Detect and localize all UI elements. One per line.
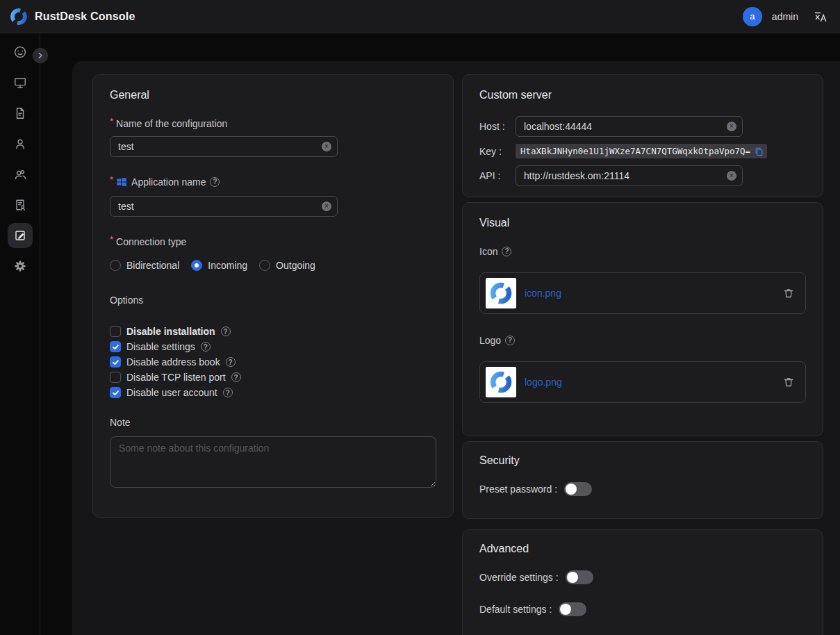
user-name[interactable]: admin: [772, 11, 798, 22]
sidebar-item-groups[interactable]: [8, 162, 33, 187]
icon-label: Icon ?: [479, 246, 806, 257]
checkbox-row-disable-address-book: Disable address book ?: [110, 354, 436, 370]
trash-icon[interactable]: [783, 377, 794, 388]
config-name-input[interactable]: [110, 136, 338, 157]
edit-icon: [13, 229, 27, 242]
note-label: Note: [110, 417, 436, 428]
host-input[interactable]: [516, 116, 743, 137]
checkbox[interactable]: [110, 372, 121, 383]
help-icon[interactable]: ?: [502, 247, 511, 256]
radio-incoming[interactable]: Incoming: [191, 260, 247, 271]
preset-password-row: Preset password :: [479, 482, 806, 496]
override-settings-row: Override settings :: [479, 570, 806, 584]
clear-icon[interactable]: ×: [322, 142, 331, 151]
translate-icon[interactable]: [814, 10, 827, 24]
required-asterisk: *: [110, 118, 113, 125]
help-icon[interactable]: ?: [210, 177, 220, 187]
radio-button[interactable]: [191, 260, 202, 271]
windows-icon: [116, 176, 127, 188]
icon-file-link[interactable]: icon.png: [525, 288, 783, 299]
document-icon: [13, 106, 27, 120]
logo-thumbnail: [486, 367, 516, 397]
sidebar-item-dashboard[interactable]: [8, 40, 33, 65]
connection-type-radios: Bidirectional Incoming Outgoing: [110, 260, 436, 271]
preset-password-toggle[interactable]: [564, 482, 592, 496]
clear-icon[interactable]: ×: [727, 122, 736, 131]
radio-bidirectional[interactable]: Bidirectional: [110, 260, 179, 271]
note-textarea[interactable]: [110, 436, 436, 488]
icon-upload-item: icon.png: [479, 272, 806, 314]
trash-icon[interactable]: [783, 288, 794, 299]
help-icon[interactable]: ?: [231, 372, 241, 382]
checkbox[interactable]: [110, 326, 121, 337]
smiley-icon: [13, 45, 27, 59]
sidebar: [0, 33, 40, 635]
avatar[interactable]: a: [743, 7, 762, 26]
clear-icon[interactable]: ×: [322, 201, 331, 211]
topbar: RustDesk Console a admin: [0, 0, 840, 33]
override-settings-toggle[interactable]: [566, 570, 593, 584]
checkbox[interactable]: [110, 356, 121, 368]
override-settings-label: Override settings :: [479, 572, 559, 583]
sidebar-item-settings[interactable]: [8, 254, 33, 279]
security-title: Security: [479, 454, 806, 467]
checkbox-row-disable-user-account: Disable user account ?: [110, 385, 436, 400]
required-asterisk: *: [110, 176, 113, 183]
preset-password-label: Preset password :: [479, 484, 557, 495]
key-value: HtaXBkJNHyn0e1U1jWXze7A7CN7QTGWqxkOtpaVp…: [520, 146, 750, 156]
sidebar-item-logs[interactable]: [8, 101, 33, 126]
radio-button[interactable]: [110, 260, 121, 271]
config-name-label: * Name of the configuration: [110, 118, 436, 129]
custom-server-title: Custom server: [479, 89, 806, 101]
rustdesk-logo-icon: [10, 8, 28, 26]
application-name-label: * Application name ?: [110, 176, 436, 188]
sidebar-item-devices[interactable]: [8, 70, 33, 95]
default-settings-toggle[interactable]: [559, 602, 586, 616]
logo-upload-item: logo.png: [479, 361, 806, 403]
copy-icon[interactable]: [754, 147, 764, 156]
required-asterisk: *: [110, 236, 113, 243]
checkbox-row-disable-installation: Disable installation ?: [110, 324, 436, 339]
logo-file-link[interactable]: logo.png: [525, 377, 783, 388]
help-icon[interactable]: ?: [221, 327, 231, 336]
api-input[interactable]: [516, 165, 743, 186]
checkbox-row-disable-tcp-listen-port: Disable TCP listen port ?: [110, 370, 436, 385]
help-icon[interactable]: ?: [201, 342, 211, 352]
sidebar-item-users[interactable]: [8, 131, 33, 156]
options-label: Options: [110, 295, 436, 306]
key-row: Key : HtaXBkJNHyn0e1U1jWXze7A7CN7QTGWqxk…: [479, 144, 806, 158]
checkbox-row-disable-settings: Disable settings ?: [110, 339, 436, 354]
clear-icon[interactable]: ×: [727, 171, 736, 181]
host-label: Host :: [479, 121, 516, 132]
sidebar-expand-button[interactable]: [33, 48, 48, 63]
user-icon: [13, 137, 27, 151]
help-icon[interactable]: ?: [226, 357, 236, 367]
options-checkboxes: Disable installation ? Disable settings …: [110, 324, 436, 400]
connection-type-label: * Connection type: [110, 236, 436, 247]
visual-card: Visual Icon ? icon.png Logo ? logo.png: [462, 202, 823, 436]
gear-icon: [13, 259, 27, 273]
checkbox[interactable]: [110, 387, 121, 398]
visual-title: Visual: [479, 217, 806, 229]
general-card: General * Name of the configuration × * …: [92, 74, 454, 518]
api-label: API :: [479, 170, 516, 181]
radio-outgoing[interactable]: Outgoing: [259, 260, 315, 271]
advanced-title: Advanced: [479, 543, 806, 555]
security-card: Security Preset password :: [462, 441, 823, 519]
checkbox[interactable]: [110, 341, 121, 352]
application-name-input[interactable]: [110, 196, 338, 217]
monitor-icon: [13, 76, 27, 90]
logo-label: Logo ?: [479, 335, 806, 346]
help-icon[interactable]: ?: [223, 388, 233, 397]
radio-button[interactable]: [259, 260, 270, 271]
help-icon[interactable]: ?: [505, 336, 515, 345]
api-row: API : ×: [479, 165, 806, 186]
key-label: Key :: [479, 146, 516, 157]
icon-thumbnail: [486, 278, 516, 308]
key-value-box: HtaXBkJNHyn0e1U1jWXze7A7CN7QTGWqxkOtpaVp…: [516, 144, 767, 158]
users-icon: [13, 167, 27, 181]
custom-server-card: Custom server Host : × Key : HtaXBkJNHyn…: [462, 74, 823, 197]
sidebar-item-custom-clients[interactable]: [8, 223, 33, 248]
sidebar-item-address-books[interactable]: [8, 192, 33, 217]
default-settings-row: Default settings :: [479, 602, 806, 616]
